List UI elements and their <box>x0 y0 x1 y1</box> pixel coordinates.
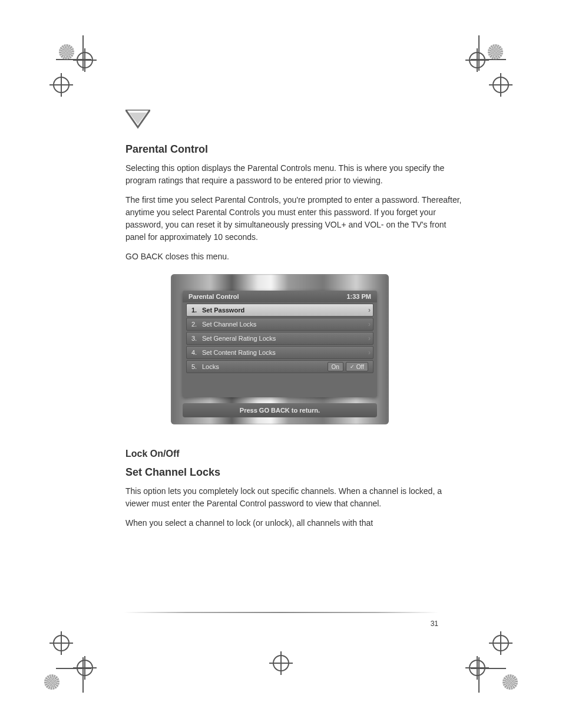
tv-menu-item-set-content-rating[interactable]: 4. Set Content Rating Locks › <box>186 346 373 359</box>
body-paragraph: Selecting this option displays the Paren… <box>125 162 468 187</box>
tv-menu-item-label: Set Channel Locks <box>202 321 256 328</box>
crop-mark <box>465 41 518 94</box>
chevron-right-icon: › <box>368 306 371 314</box>
page: { "document": { "section_title": "Parent… <box>0 0 562 728</box>
heading-parental-control: Parental Control <box>125 141 468 157</box>
section-marker-icon <box>125 110 150 131</box>
crop-mark <box>44 634 97 687</box>
tv-menu-item-label: Locks <box>202 363 219 370</box>
crop-mark <box>44 41 97 94</box>
tv-menu-item-label: Set Content Rating Locks <box>202 349 276 356</box>
chevron-right-icon: › <box>368 320 371 328</box>
body-paragraph: GO BACK closes this menu. <box>125 251 468 263</box>
body-paragraph: This option lets you completely lock out… <box>125 485 468 510</box>
tv-menu-item-num: 3. <box>191 335 202 342</box>
toggle-off[interactable]: ✓ Off <box>346 362 368 371</box>
chevron-right-icon: › <box>368 334 371 342</box>
body-paragraph: When you select a channel to lock (or un… <box>125 517 468 529</box>
tv-screenshot: Parental Control 1:33 PM 1. Set Password… <box>171 274 389 424</box>
tv-menu-item-locks-toggle[interactable]: 5. Locks On ✓ Off <box>186 360 373 373</box>
tv-menu-panel: Parental Control 1:33 PM 1. Set Password… <box>183 291 377 397</box>
tv-menu-item-set-channel-locks[interactable]: 2. Set Channel Locks › <box>186 318 373 331</box>
tv-footer-hint: Press GO BACK to return. <box>183 403 377 417</box>
chevron-right-icon: › <box>368 348 371 357</box>
tv-menu-item-num: 5. <box>191 363 202 370</box>
toggle-on[interactable]: On <box>328 362 343 371</box>
tv-menu-item-set-general-rating[interactable]: 3. Set General Rating Locks › <box>186 332 373 345</box>
page-number: 31 <box>431 620 438 628</box>
body-paragraph: The first time you select Parental Contr… <box>125 194 468 243</box>
crop-mark <box>263 645 299 681</box>
heading-set-channel-locks: Set Channel Locks <box>125 465 468 480</box>
crop-mark <box>465 634 518 687</box>
tv-menu-title: Parental Control <box>189 293 239 300</box>
tv-menu-item-label: Set Password <box>202 307 244 314</box>
page-divider <box>124 612 438 613</box>
check-icon: ✓ <box>350 364 355 370</box>
tv-menu-item-set-password[interactable]: 1. Set Password › <box>186 304 373 317</box>
subheading-lock-onoff: Lock On/Off <box>125 447 468 461</box>
tv-menu-item-num: 4. <box>191 349 202 356</box>
tv-menu-item-label: Set General Rating Locks <box>202 335 276 342</box>
tv-menu-item-num: 1. <box>191 307 202 314</box>
tv-menu-item-num: 2. <box>191 321 202 328</box>
tv-clock: 1:33 PM <box>346 293 371 300</box>
